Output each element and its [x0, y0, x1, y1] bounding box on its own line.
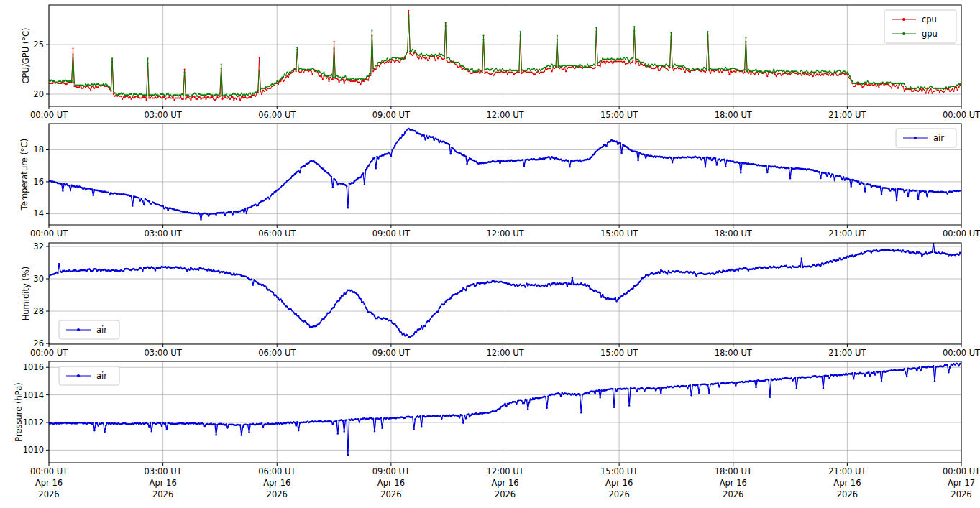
x-tick-date-label: 18:00 UT [715, 466, 753, 476]
x-tick-label: 00:00 UT [943, 348, 980, 358]
y-tick-label: 26 [33, 338, 44, 348]
y-tick-label: 25 [33, 40, 44, 50]
axis-ticks [46, 246, 961, 347]
x-tick-date-label: Apr 17 [948, 478, 975, 488]
legend-box [884, 10, 956, 43]
y-tick-label: 30 [33, 274, 44, 284]
x-tick-label: 00:00 UT [943, 228, 980, 239]
y-tick-label: 28 [33, 306, 44, 316]
x-tick-label: 09:00 UT [372, 348, 411, 358]
grid [49, 124, 961, 225]
y-tick-label: 18 [33, 144, 44, 154]
multi-panel-timeseries-chart: 2025CPU/GPU (°C)00:00 UT03:00 UT06:00 UT… [0, 0, 980, 508]
y-tick-label: 1014 [23, 390, 44, 400]
x-tick-label: 18:00 UT [715, 228, 753, 239]
x-tick-label: 15:00 UT [600, 348, 638, 358]
x-tick-date-label: Apr 16 [263, 478, 290, 488]
x-tick-label: 03:00 UT [145, 348, 183, 358]
x-tick-label: 06:00 UT [258, 228, 296, 239]
x-tick-date-label: 03:00 UT [145, 466, 183, 476]
legend: air [59, 366, 119, 385]
x-tick-label: 21:00 UT [828, 228, 866, 239]
legend-sample-marker [902, 32, 905, 35]
x-tick-label: 18:00 UT [715, 348, 753, 358]
legend: air [59, 320, 119, 339]
x-tick-date-label: Apr 16 [720, 478, 747, 488]
x-tick-date-label: Apr 16 [150, 478, 177, 488]
x-tick-date-label: Apr 16 [833, 478, 861, 488]
legend-sample-marker [77, 374, 80, 377]
x-tick-label: 15:00 UT [600, 110, 638, 120]
panel-2: 26283032Humidity (%)00:00 UT03:00 UT06:0… [21, 241, 980, 358]
x-tick-date-label: 2026 [38, 489, 59, 499]
legend-label: gpu [922, 29, 938, 39]
y-axis-label: Humidity (%) [21, 267, 31, 321]
x-tick-date-label: 06:00 UT [258, 466, 296, 476]
legend-sample-marker [914, 137, 917, 139]
x-tick-date-label: 2026 [152, 489, 173, 499]
x-tick-label: 00:00 UT [30, 348, 68, 358]
x-tick-label: 18:00 UT [715, 110, 753, 120]
x-tick-date-label: 2026 [723, 489, 743, 499]
y-tick-label: 32 [33, 241, 44, 251]
x-tick-label: 12:00 UT [486, 348, 524, 358]
legend-sample-marker [902, 18, 905, 21]
x-tick-date-label: Apr 16 [491, 478, 518, 488]
x-tick-date-label: 12:00 UT [486, 466, 524, 476]
y-tick-label: 1012 [23, 417, 44, 428]
legend-label: air [96, 325, 107, 335]
x-tick-date-label: 2026 [951, 489, 971, 499]
x-tick-date-label: 00:00 UT [30, 466, 68, 476]
x-tick-label: 03:00 UT [145, 110, 183, 120]
x-tick-label: 00:00 UT [30, 228, 68, 239]
x-tick-label: 12:00 UT [486, 228, 524, 239]
legend-label: air [96, 371, 107, 381]
x-tick-label: 06:00 UT [258, 348, 296, 358]
x-tick-date-label: Apr 16 [605, 478, 633, 488]
x-tick-date-label: 21:00 UT [828, 466, 866, 476]
legend-sample-marker [77, 328, 80, 331]
y-tick-label: 1010 [23, 445, 44, 455]
x-tick-date-label: 09:00 UT [372, 466, 411, 476]
panel-3: 1010101210141016Pressure (hPa)00:00 UTAp… [14, 361, 980, 499]
x-tick-date-label: 2026 [495, 489, 516, 499]
x-tick-label: 09:00 UT [372, 228, 411, 239]
x-tick-label: 15:00 UT [600, 228, 638, 239]
legend: cpugpu [884, 10, 956, 43]
x-tick-date-label: Apr 16 [377, 478, 405, 488]
x-tick-label: 00:00 UT [30, 110, 68, 120]
x-tick-date-label: 2026 [267, 489, 288, 499]
x-tick-label: 21:00 UT [828, 110, 866, 120]
x-tick-date-label: 00:00 UT [943, 466, 980, 476]
y-axis-label: Pressure (hPa) [14, 382, 24, 442]
x-tick-date-label: 15:00 UT [600, 466, 638, 476]
legend-label: air [933, 133, 944, 143]
x-tick-date-label: 2026 [608, 489, 629, 499]
y-axis-label: Temperature (°C) [19, 139, 29, 211]
grid [49, 243, 961, 344]
x-tick-label: 03:00 UT [145, 228, 183, 239]
y-tick-label: 16 [33, 177, 44, 187]
legend-label: cpu [922, 14, 937, 24]
sensor-dashboard-figure: 2025CPU/GPU (°C)00:00 UT03:00 UT06:00 UT… [0, 0, 980, 508]
x-tick-label: 00:00 UT [943, 110, 980, 120]
x-tick-date-label: 2026 [837, 489, 858, 499]
legend: air [896, 129, 956, 147]
y-tick-label: 1016 [23, 362, 44, 372]
y-axis-label: CPU/GPU (°C) [21, 28, 31, 84]
x-tick-date-label: Apr 16 [35, 478, 63, 488]
panel-1: 141618Temperature (°C)00:00 UT03:00 UT06… [19, 124, 980, 239]
y-tick-label: 20 [33, 89, 44, 99]
x-tick-label: 12:00 UT [486, 110, 524, 120]
x-tick-label: 21:00 UT [828, 348, 866, 358]
x-tick-date-label: 2026 [380, 489, 401, 499]
x-tick-label: 09:00 UT [372, 110, 411, 120]
panel-0: 2025CPU/GPU (°C)00:00 UT03:00 UT06:00 UT… [21, 5, 980, 120]
y-tick-label: 14 [33, 208, 44, 218]
x-tick-label: 06:00 UT [258, 110, 296, 120]
